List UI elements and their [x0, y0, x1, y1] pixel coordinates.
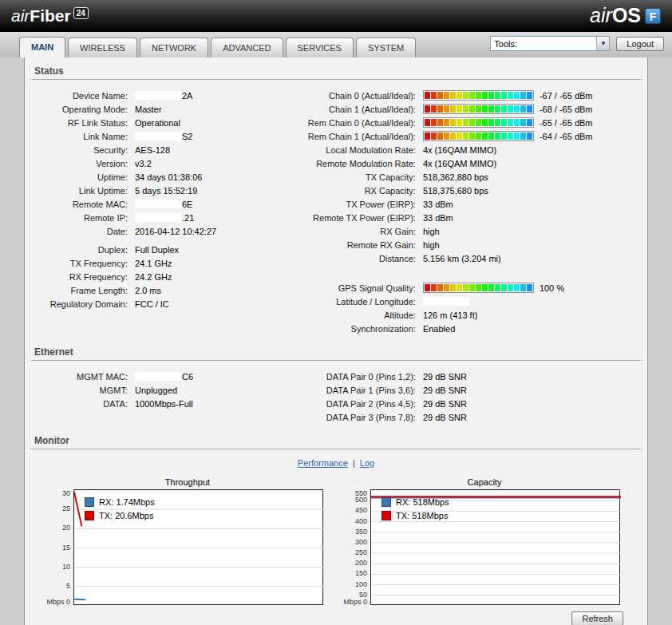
signal-bar-segment [495, 284, 500, 291]
signal-bar-segment [437, 92, 443, 99]
field-value: Full Duplex [135, 245, 179, 255]
field-row: Synchronization:Enabled [287, 322, 641, 335]
signal-bar-segment [437, 105, 443, 113]
nav-right-controls: Tools: ▼ Logout [490, 36, 664, 51]
status-section: Status Device Name:2AOperating Mode:Mast… [31, 64, 641, 335]
field-label: Link Uptime: [31, 186, 135, 196]
field-label: Altitude: [287, 311, 423, 320]
performance-link[interactable]: Performance [298, 458, 348, 468]
field-row: Rem Chain 1 (Actual/Ideal):-64 / -65 dBm [287, 129, 641, 143]
signal-bar-segment [520, 92, 526, 99]
field-value: 126 m (413 ft) [423, 311, 477, 320]
tools-dropdown[interactable]: Tools: ▼ [490, 36, 610, 51]
field-row: Security:AES-128 [31, 143, 287, 156]
y-axis-tick-label: 20 [62, 524, 70, 532]
rx-series-swatch [85, 497, 94, 507]
field-value: -67 / -65 dBm [423, 90, 593, 101]
signal-bar-segment [437, 119, 443, 126]
field-label: GPS Signal Quality: [287, 283, 423, 293]
signal-bar-segment [495, 105, 500, 113]
y-axis-tick-label: 300 [355, 538, 367, 546]
field-label: Version: [31, 159, 135, 168]
y-axis-tick-label: 30 [62, 489, 70, 497]
signal-bar-segment [501, 133, 507, 140]
field-row: Chain 1 (Actual/Ideal):-68 / -65 dBm [287, 102, 641, 116]
signal-strength-bar [423, 90, 534, 101]
field-row: MGMT:Unplugged [31, 383, 287, 397]
tab-system[interactable]: SYSTEM [356, 38, 416, 57]
log-link[interactable]: Log [360, 458, 374, 468]
signal-bar-segment [469, 92, 475, 99]
field-label: DATA: [31, 399, 135, 409]
field-value-text: 1000Mbps-Full [135, 399, 193, 409]
signal-bar-segment [457, 133, 462, 140]
signal-bar-segment [431, 92, 437, 99]
refresh-button[interactable]: Refresh [571, 611, 623, 625]
signal-bar-segment [527, 119, 532, 126]
signal-bar-segment [495, 119, 500, 126]
field-value: 4x (16QAM MIMO) [423, 159, 496, 168]
field-value-text: 2.0 ms [135, 286, 161, 295]
field-row: Remote Modulation Rate:4x (16QAM MIMO) [287, 156, 641, 170]
field-label: DATA Pair 1 (Pins 3,6): [287, 386, 423, 395]
field-label: DATA Pair 3 (Pins 7,8): [287, 413, 423, 422]
ethernet-columns: MGMT MAC:C6MGMT:UnpluggedDATA:1000Mbps-F… [31, 370, 641, 424]
field-label: RF Link Status: [31, 118, 135, 128]
field-value-text: high [423, 240, 440, 250]
field-label: RX Frequency: [31, 272, 135, 282]
field-label: Uptime: [31, 172, 135, 182]
field-value: 5 days 15:52:19 [135, 186, 197, 196]
field-value: -68 / -65 dBm [423, 104, 593, 114]
tools-dropdown-value: Tools: [494, 39, 517, 49]
tab-wireless[interactable]: WIRELESS [68, 38, 137, 57]
signal-bar-segment [425, 133, 430, 140]
field-value: 33 dBm [423, 213, 453, 223]
field-row: DATA:1000Mbps-Full [31, 397, 287, 410]
signal-bar-segment [514, 133, 520, 140]
tab-advanced[interactable]: ADVANCED [211, 38, 283, 57]
capacity-y-axis: 55050045040035030025020015010050Mbps 0 [346, 489, 370, 605]
monitor-charts: Throughput 30252015105Mbps 0 RX: 1.74Mbp… [31, 477, 641, 605]
field-value: 2016-04-12 10:42:27 [135, 227, 216, 236]
logout-button[interactable]: Logout [616, 37, 664, 51]
signal-bar-segment [482, 105, 488, 113]
field-row: Operating Mode:Master [31, 102, 287, 116]
tab-services[interactable]: SERVICES [286, 38, 354, 57]
field-label: Remote MAC: [31, 200, 135, 209]
field-row: TX Power (EIRP):33 dBm [287, 197, 641, 211]
field-label: RX Gain: [287, 227, 423, 236]
field-row: Remote IP:.21 [31, 211, 287, 224]
field-label: DATA Pair 0 (Pins 1,2): [287, 372, 423, 382]
signal-bar-segment [463, 119, 468, 126]
status-columns: Device Name:2AOperating Mode:MasterRF Li… [31, 89, 641, 335]
field-row: Local Modulation Rate:4x (16QAM MIMO) [287, 143, 641, 156]
signal-bar-segment [488, 105, 494, 113]
field-value-text: 29 dB SNR [423, 386, 467, 395]
redacted-text [135, 372, 181, 381]
capacity-legend: RX: 518Mbps TX: 518Mbps [381, 497, 449, 520]
field-value-text: .21 [182, 213, 194, 223]
field-label: Chain 0 (Actual/Ideal): [287, 91, 423, 101]
field-value-text: 2016-04-12 10:42:27 [135, 227, 216, 236]
field-value: 29 dB SNR [423, 372, 467, 382]
tab-network[interactable]: NETWORK [140, 38, 208, 57]
field-value: 4x (16QAM MIMO) [423, 145, 496, 155]
ethernet-right-column: DATA Pair 0 (Pins 1,2):29 dB SNRDATA Pai… [287, 370, 641, 424]
signal-bar-segment [437, 133, 443, 140]
field-value: 29 dB SNR [423, 399, 467, 409]
signal-bar-segment [527, 284, 532, 291]
signal-bar-segment [450, 119, 456, 126]
field-value: 24.2 GHz [135, 272, 172, 282]
airfiber-logo-air: air [11, 6, 30, 25]
refresh-row: Refresh [31, 611, 641, 625]
signal-bar-segment [431, 284, 437, 291]
tab-main[interactable]: MAIN [19, 37, 65, 57]
signal-bar-segment [514, 105, 520, 113]
monitor-links: Performance | Log [31, 458, 641, 468]
field-row: Latitude / Longitude: [287, 295, 641, 308]
signal-bar-segment [482, 133, 488, 140]
field-value: 34 days 01:38:06 [135, 172, 202, 182]
field-value: 29 dB SNR [423, 413, 467, 422]
signal-bar-segment [437, 284, 443, 291]
signal-bar-segment [469, 105, 475, 113]
